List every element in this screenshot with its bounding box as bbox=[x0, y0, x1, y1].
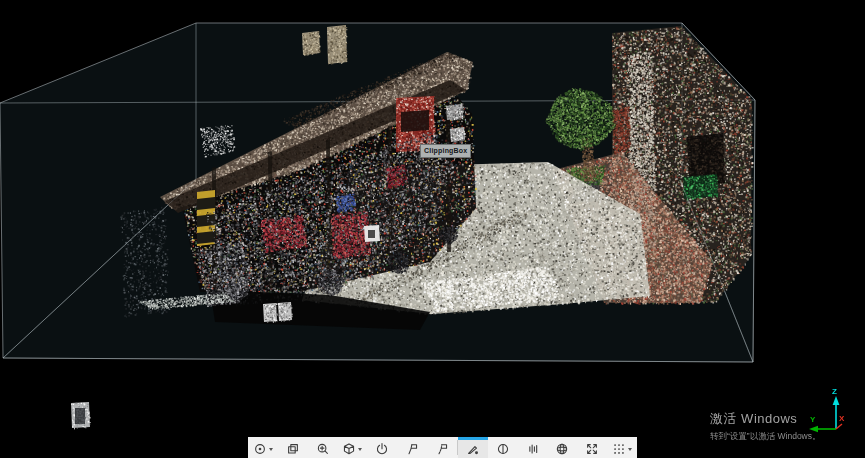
grid-menu-button[interactable] bbox=[607, 437, 637, 458]
dropdown-caret-icon bbox=[358, 448, 362, 451]
reset-view-button[interactable] bbox=[367, 437, 397, 458]
duplicate-icon bbox=[286, 442, 300, 456]
expand-view-button[interactable] bbox=[577, 437, 607, 458]
viewer-toolbar bbox=[248, 437, 637, 458]
flag-dashed-marker-button[interactable] bbox=[427, 437, 457, 458]
zoom-region-button[interactable] bbox=[308, 437, 338, 458]
dropdown-caret-icon bbox=[628, 448, 632, 451]
windows-activation-watermark: 激活 Windows 转到“设置”以激活 Windows。 bbox=[710, 410, 821, 443]
viewer-window: ClippingBox 激活 Windows 转到“设置”以激活 Windows… bbox=[0, 0, 865, 458]
reset-power-icon bbox=[375, 442, 389, 456]
split-circle-icon bbox=[496, 442, 510, 456]
clipping-box-label: ClippingBox bbox=[420, 144, 471, 158]
flag-icon bbox=[405, 442, 419, 456]
expand-arrows-icon bbox=[585, 442, 599, 456]
z-axis-label: Z bbox=[832, 387, 837, 396]
y-axis: Y bbox=[809, 415, 836, 432]
bounding-box-button[interactable] bbox=[338, 437, 368, 458]
dot-grid-icon bbox=[612, 442, 626, 456]
axis-gizmo: Z Y X bbox=[805, 385, 865, 458]
camera-target-icon bbox=[253, 442, 267, 456]
y-arrowhead bbox=[809, 426, 818, 432]
x-axis: X bbox=[836, 414, 845, 429]
watermark-subtitle: 转到“设置”以激活 Windows。 bbox=[710, 431, 821, 443]
view-options-button[interactable] bbox=[248, 437, 278, 458]
pick-point-button[interactable] bbox=[458, 437, 488, 458]
x-axis-label: X bbox=[839, 414, 845, 423]
dropdown-caret-icon bbox=[269, 448, 273, 451]
slice-bars-icon bbox=[526, 442, 540, 456]
watermark-title: 激活 Windows bbox=[710, 410, 821, 428]
point-cloud-viewport[interactable] bbox=[0, 0, 865, 458]
flag-dashed-icon bbox=[435, 442, 449, 456]
slice-tool-button[interactable] bbox=[518, 437, 548, 458]
trackball-icon bbox=[555, 442, 569, 456]
bounding-cube-icon bbox=[342, 442, 356, 456]
duplicate-view-button[interactable] bbox=[278, 437, 308, 458]
y-axis-label: Y bbox=[810, 415, 816, 424]
trackball-button[interactable] bbox=[547, 437, 577, 458]
pick-pen-icon bbox=[466, 442, 480, 456]
flag-marker-button[interactable] bbox=[397, 437, 427, 458]
split-view-button[interactable] bbox=[488, 437, 518, 458]
z-arrowhead bbox=[833, 396, 840, 405]
zoom-region-icon bbox=[316, 442, 330, 456]
